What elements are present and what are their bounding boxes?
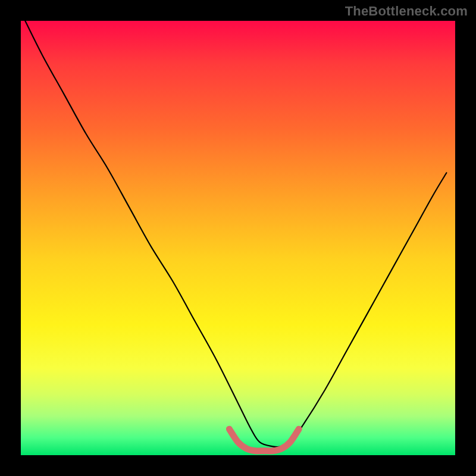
watermark-text: TheBottleneck.com bbox=[345, 4, 468, 19]
chart-frame: TheBottleneck.com bbox=[0, 0, 476, 476]
optimal-range-marker bbox=[229, 429, 299, 451]
curve-layer bbox=[21, 21, 455, 455]
plot-area bbox=[21, 21, 455, 455]
bottleneck-curve bbox=[25, 21, 446, 447]
